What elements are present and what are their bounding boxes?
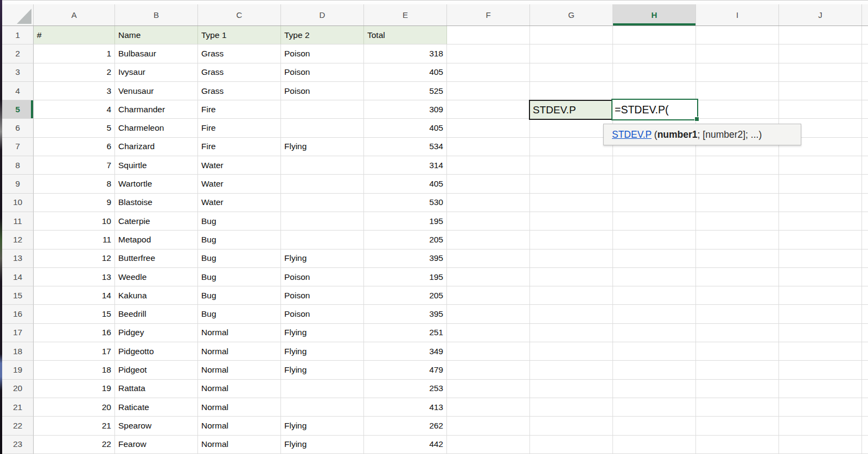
cell-H19[interactable] [613, 361, 696, 379]
cell-E3[interactable]: 405 [364, 63, 447, 82]
row-header-14[interactable]: 14 [2, 268, 34, 286]
cell-E9[interactable]: 405 [364, 175, 447, 193]
cell-H3[interactable] [613, 63, 696, 82]
cell-B12[interactable]: Metapod [115, 231, 198, 249]
cell-A16[interactable]: 15 [34, 305, 115, 323]
cell-A13[interactable]: 12 [34, 250, 115, 268]
row-header-21[interactable]: 21 [2, 398, 34, 417]
cell-I10[interactable] [696, 194, 779, 212]
cell-C21[interactable]: Normal [198, 398, 281, 417]
cell-G7[interactable] [530, 138, 613, 156]
column-header-A[interactable]: A [34, 4, 115, 25]
row-header-13[interactable]: 13 [2, 250, 34, 268]
row-header-22[interactable]: 22 [2, 417, 34, 435]
cell-F6[interactable] [447, 119, 530, 137]
row-header-3[interactable]: 3 [2, 63, 34, 82]
cell-F11[interactable] [447, 212, 530, 231]
cell-J19[interactable] [779, 361, 862, 379]
cell-I19[interactable] [696, 361, 779, 379]
cell-J22[interactable] [779, 417, 862, 435]
cell-I1[interactable] [696, 26, 779, 44]
cell-F22[interactable] [447, 417, 530, 435]
cell-A20[interactable]: 19 [34, 380, 115, 398]
cell-H1[interactable] [613, 26, 696, 44]
column-header-I[interactable]: I [696, 4, 779, 25]
cell-I14[interactable] [696, 268, 779, 286]
cell-D18[interactable]: Flying [281, 342, 364, 361]
cell-C10[interactable]: Water [198, 194, 281, 212]
cell-H10[interactable] [613, 194, 696, 212]
cell-A11[interactable]: 10 [34, 212, 115, 231]
cell-F15[interactable] [447, 286, 530, 305]
cell-D21[interactable] [281, 398, 364, 417]
cell-E4[interactable]: 525 [364, 82, 447, 100]
cell-B23[interactable]: Fearow [115, 436, 198, 454]
row-header-12[interactable]: 12 [2, 231, 34, 249]
row-header-9[interactable]: 9 [2, 175, 34, 193]
cell-G11[interactable] [530, 212, 613, 231]
cell-I9[interactable] [696, 175, 779, 193]
cell-H4[interactable] [613, 82, 696, 100]
row-header-2[interactable]: 2 [2, 44, 34, 63]
row-header-10[interactable]: 10 [2, 194, 34, 212]
cell-C4[interactable]: Grass [198, 82, 281, 100]
cell-A14[interactable]: 13 [34, 268, 115, 286]
cell-F19[interactable] [447, 361, 530, 379]
cell-D11[interactable] [281, 212, 364, 231]
column-header-F[interactable]: F [447, 4, 530, 25]
row-header-4[interactable]: 4 [2, 82, 34, 100]
cell-E6[interactable]: 405 [364, 119, 447, 137]
cell-A5[interactable]: 4 [34, 100, 115, 119]
cell-I18[interactable] [696, 342, 779, 361]
cell-B17[interactable]: Pidgey [115, 324, 198, 342]
row-header-5[interactable]: 5 [2, 100, 34, 119]
row-header-11[interactable]: 11 [2, 212, 34, 231]
cell-J10[interactable] [779, 194, 862, 212]
column-header-G[interactable]: G [530, 4, 613, 25]
row-header-15[interactable]: 15 [2, 286, 34, 305]
cell-H17[interactable] [613, 324, 696, 342]
cell-D5[interactable] [281, 100, 364, 119]
cell-D9[interactable] [281, 175, 364, 193]
cell-F3[interactable] [447, 63, 530, 82]
cell-D12[interactable] [281, 231, 364, 249]
cell-H13[interactable] [613, 250, 696, 268]
cell-C23[interactable]: Normal [198, 436, 281, 454]
cell-G21[interactable] [530, 398, 613, 417]
cell-C5[interactable]: Fire [198, 100, 281, 119]
cell-H15[interactable] [613, 286, 696, 305]
cell-B11[interactable]: Caterpie [115, 212, 198, 231]
cell-F21[interactable] [447, 398, 530, 417]
cell-G18[interactable] [530, 342, 613, 361]
cell-E2[interactable]: 318 [364, 44, 447, 63]
select-all-button[interactable] [2, 4, 34, 25]
cell-C1[interactable]: Type 1 [198, 26, 281, 44]
cell-H8[interactable] [613, 156, 696, 175]
cell-E23[interactable]: 442 [364, 436, 447, 454]
cell-D17[interactable]: Flying [281, 324, 364, 342]
cell-I8[interactable] [696, 156, 779, 175]
cell-G5-selected-range[interactable]: STDEV.P [529, 100, 614, 120]
cell-H18[interactable] [613, 342, 696, 361]
cell-D22[interactable]: Flying [281, 417, 364, 435]
cell-J23[interactable] [779, 436, 862, 454]
column-header-B[interactable]: B [115, 4, 198, 25]
function-name-link[interactable]: STDEV.P [612, 129, 652, 140]
cell-F13[interactable] [447, 250, 530, 268]
cell-B19[interactable]: Pidgeot [115, 361, 198, 379]
cell-G1[interactable] [530, 26, 613, 44]
cell-F2[interactable] [447, 44, 530, 63]
cell-C6[interactable]: Fire [198, 119, 281, 137]
cell-I22[interactable] [696, 417, 779, 435]
cell-J2[interactable] [779, 44, 862, 63]
cell-J21[interactable] [779, 398, 862, 417]
cell-F1[interactable] [447, 26, 530, 44]
cell-E7[interactable]: 534 [364, 138, 447, 156]
row-header-18[interactable]: 18 [2, 342, 34, 361]
cell-B10[interactable]: Blastoise [115, 194, 198, 212]
cell-G13[interactable] [530, 250, 613, 268]
cell-G14[interactable] [530, 268, 613, 286]
cell-A2[interactable]: 1 [34, 44, 115, 63]
cell-J3[interactable] [779, 63, 862, 82]
cell-I3[interactable] [696, 63, 779, 82]
